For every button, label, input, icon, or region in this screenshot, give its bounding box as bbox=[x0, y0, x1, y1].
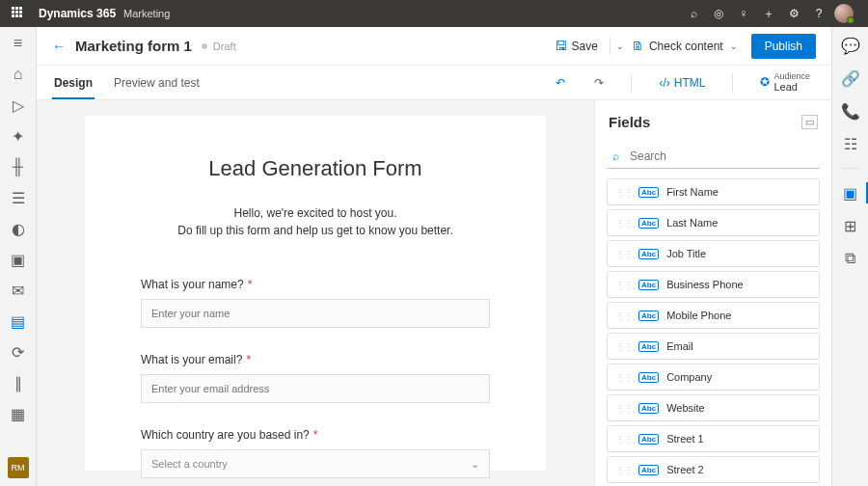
phone-icon[interactable]: 📞 bbox=[842, 102, 859, 120]
status-dot bbox=[202, 43, 207, 49]
settings-icon[interactable]: ⚙ bbox=[781, 7, 806, 20]
more-icon[interactable]: ▦ bbox=[10, 405, 27, 422]
tab-design[interactable]: Design bbox=[52, 66, 95, 99]
field-item[interactable]: ⋮⋮AbcEmail bbox=[607, 333, 820, 360]
mail-icon[interactable]: ✉ bbox=[10, 282, 27, 299]
field-type-icon: Abc bbox=[638, 465, 659, 475]
panel-title: Fields bbox=[609, 114, 801, 130]
publish-button[interactable]: Publish bbox=[751, 34, 816, 59]
audience-selector[interactable]: ✪ Audience Lead bbox=[754, 72, 816, 94]
field-item[interactable]: ⋮⋮AbcCompany bbox=[607, 364, 820, 391]
journey-icon[interactable]: ✦ bbox=[10, 127, 27, 145]
field-item[interactable]: ⋮⋮AbcMobile Phone bbox=[607, 302, 820, 329]
user-badge[interactable]: RM bbox=[8, 457, 29, 478]
command-bar: ← Marketing form 1 Draft 🖫Save ⌄ 🗎Check … bbox=[37, 27, 831, 66]
library-icon[interactable]: ∥ bbox=[10, 374, 27, 392]
chat-icon[interactable]: 💬 bbox=[842, 37, 859, 54]
field-item[interactable]: ⋮⋮AbcJob Title bbox=[607, 240, 820, 267]
menu-icon[interactable]: ≡ bbox=[10, 35, 27, 52]
form-title: Lead Generation Form bbox=[141, 156, 490, 181]
field-item[interactable]: ⋮⋮AbcStreet 2 bbox=[607, 456, 820, 483]
email-input[interactable] bbox=[141, 374, 490, 403]
divider bbox=[631, 74, 632, 92]
field-label: Street 1 bbox=[666, 433, 704, 445]
fields-search-input[interactable] bbox=[607, 144, 820, 169]
refresh-icon[interactable]: ⟳ bbox=[10, 343, 27, 361]
field-label: Street 2 bbox=[666, 464, 704, 475]
play-icon[interactable]: ▷ bbox=[10, 96, 27, 114]
field-item[interactable]: ⋮⋮AbcFirst Name bbox=[607, 178, 820, 205]
form-icon[interactable]: ▤ bbox=[10, 312, 27, 330]
drag-handle-icon: ⋮⋮ bbox=[615, 403, 633, 414]
drag-handle-icon: ⋮⋮ bbox=[615, 280, 633, 290]
divider bbox=[841, 168, 860, 169]
elements-icon[interactable]: ▣ bbox=[842, 184, 859, 202]
status-badge: Draft bbox=[213, 40, 236, 52]
field-label: Website bbox=[666, 402, 705, 414]
globe-icon[interactable]: ◐ bbox=[10, 220, 27, 237]
add-panel-icon[interactable]: ⊞ bbox=[842, 217, 859, 234]
checklist-icon[interactable]: ☷ bbox=[842, 135, 859, 152]
field-item[interactable]: ⋮⋮AbcWebsite bbox=[607, 394, 820, 421]
field-type-icon: Abc bbox=[638, 434, 659, 445]
check-content-button[interactable]: 🗎Check content⌄ bbox=[624, 35, 746, 57]
left-nav-rail: ≡ ⌂ ▷ ✦ ╫ ☰ ◐ ▣ ✉ ▤ ⟳ ∥ ▦ RM bbox=[0, 27, 37, 486]
help-icon[interactable]: ? bbox=[806, 7, 831, 20]
question-country: Which country are you based in?* bbox=[141, 428, 490, 442]
chevron-down-icon: ⌄ bbox=[471, 458, 479, 471]
keyboard-hint-icon[interactable]: ▭ bbox=[801, 115, 818, 129]
global-topbar: Dynamics 365 Marketing ⌕ ◎ ♀ ＋ ⚙ ? bbox=[0, 0, 868, 27]
html-toggle[interactable]: ‹/›HTML bbox=[653, 76, 711, 90]
tab-preview[interactable]: Preview and test bbox=[112, 66, 202, 99]
back-button[interactable]: ← bbox=[52, 39, 66, 54]
field-item[interactable]: ⋮⋮AbcStreet 1 bbox=[607, 425, 820, 452]
search-icon[interactable]: ⌕ bbox=[681, 7, 706, 20]
form-card: Lead Generation Form Hello, we're excite… bbox=[85, 116, 546, 471]
field-type-icon: Abc bbox=[638, 280, 659, 290]
lightbulb-icon[interactable]: ♀ bbox=[731, 7, 756, 20]
search-icon: ⌕ bbox=[612, 149, 619, 163]
audience-label: Audience bbox=[773, 72, 810, 82]
form-intro: Hello, we're excited to host you. Do fil… bbox=[141, 204, 490, 239]
drag-handle-icon: ⋮⋮ bbox=[615, 434, 633, 445]
drag-handle-icon: ⋮⋮ bbox=[615, 187, 633, 198]
field-item[interactable]: ⋮⋮AbcLast Name bbox=[607, 209, 820, 236]
divider bbox=[610, 38, 610, 55]
module-name: Marketing bbox=[123, 8, 170, 19]
field-label: Job Title bbox=[666, 248, 706, 259]
field-label: Last Name bbox=[666, 217, 718, 229]
save-label: Save bbox=[572, 40, 598, 53]
home-icon[interactable]: ⌂ bbox=[10, 66, 27, 83]
stop-icon[interactable]: ▣ bbox=[10, 251, 27, 268]
fields-panel: Fields ▭ ⌕ ⋮⋮AbcFirst Name⋮⋮AbcLast Name… bbox=[594, 100, 831, 486]
audience-icon: ✪ bbox=[760, 75, 770, 89]
analytics-icon[interactable]: ╫ bbox=[10, 158, 27, 176]
fields-list: ⋮⋮AbcFirst Name⋮⋮AbcLast Name⋮⋮AbcJob Ti… bbox=[595, 178, 831, 486]
name-input[interactable] bbox=[141, 299, 490, 328]
redo-button[interactable]: ↷ bbox=[588, 76, 610, 90]
user-avatar[interactable] bbox=[831, 4, 856, 23]
drag-handle-icon: ⋮⋮ bbox=[615, 249, 633, 259]
undo-button[interactable]: ↶ bbox=[550, 76, 571, 90]
field-item[interactable]: ⋮⋮AbcBusiness Phone bbox=[607, 271, 820, 298]
link-icon[interactable]: 🔗 bbox=[842, 69, 859, 87]
drag-handle-icon: ⋮⋮ bbox=[615, 310, 633, 321]
app-launcher-icon[interactable] bbox=[12, 7, 25, 20]
save-button[interactable]: 🖫Save bbox=[547, 35, 606, 57]
drag-handle-icon: ⋮⋮ bbox=[615, 218, 633, 229]
save-chevron-icon[interactable]: ⌄ bbox=[616, 41, 624, 51]
connect-icon[interactable]: ⧉ bbox=[842, 250, 859, 267]
field-label: Mobile Phone bbox=[666, 310, 731, 321]
add-icon[interactable]: ＋ bbox=[756, 6, 781, 22]
save-icon: 🖫 bbox=[555, 39, 567, 53]
filter-icon[interactable]: ☰ bbox=[10, 189, 27, 206]
field-type-icon: Abc bbox=[638, 341, 659, 352]
field-type-icon: Abc bbox=[638, 403, 659, 414]
tabs-bar: Design Preview and test ↶ ↷ ‹/›HTML ✪ Au… bbox=[37, 66, 831, 100]
page-title: Marketing form 1 bbox=[75, 38, 192, 54]
field-label: Company bbox=[666, 371, 712, 383]
field-label: First Name bbox=[666, 186, 719, 198]
country-select[interactable]: Select a country⌄ bbox=[141, 449, 490, 478]
task-icon[interactable]: ◎ bbox=[706, 7, 731, 20]
audience-value: Lead bbox=[773, 81, 810, 93]
